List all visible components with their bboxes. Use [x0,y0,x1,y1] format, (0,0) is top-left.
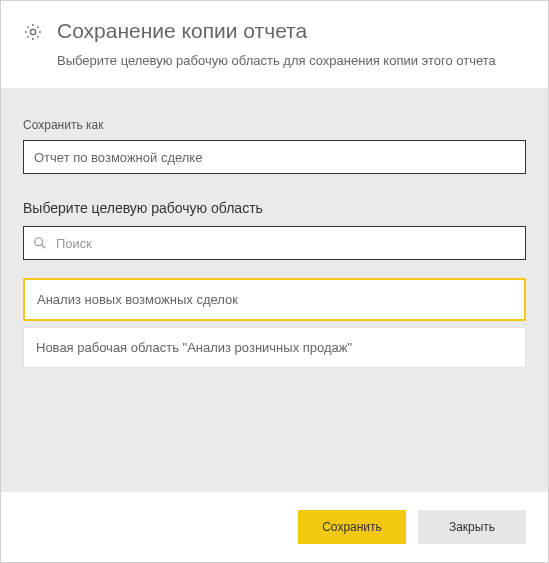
workspace-list: Анализ новых возможных сделок Новая рабо… [23,278,526,368]
save-button[interactable]: Сохранить [298,510,406,544]
save-copy-dialog: Сохранение копии отчета Выберите целевую… [0,0,549,563]
svg-point-0 [30,29,35,34]
save-as-label: Сохранить как [23,118,526,132]
dialog-footer: Сохранить Закрыть [1,492,548,562]
dialog-header: Сохранение копии отчета Выберите целевую… [1,1,548,88]
workspace-label: Выберите целевую рабочую область [23,200,526,216]
workspace-item-selected[interactable]: Анализ новых возможных сделок [23,278,526,321]
search-input[interactable] [23,226,526,260]
gear-icon [23,22,43,42]
header-title-row: Сохранение копии отчета [23,19,526,43]
save-as-input[interactable] [23,140,526,174]
dialog-title: Сохранение копии отчета [57,19,307,43]
search-wrapper [23,226,526,260]
dialog-subtitle: Выберите целевую рабочую область для сох… [57,53,526,68]
dialog-body: Сохранить как Выберите целевую рабочую о… [1,88,548,492]
close-button[interactable]: Закрыть [418,510,526,544]
workspace-item[interactable]: Новая рабочая область "Анализ розничных … [23,327,526,368]
